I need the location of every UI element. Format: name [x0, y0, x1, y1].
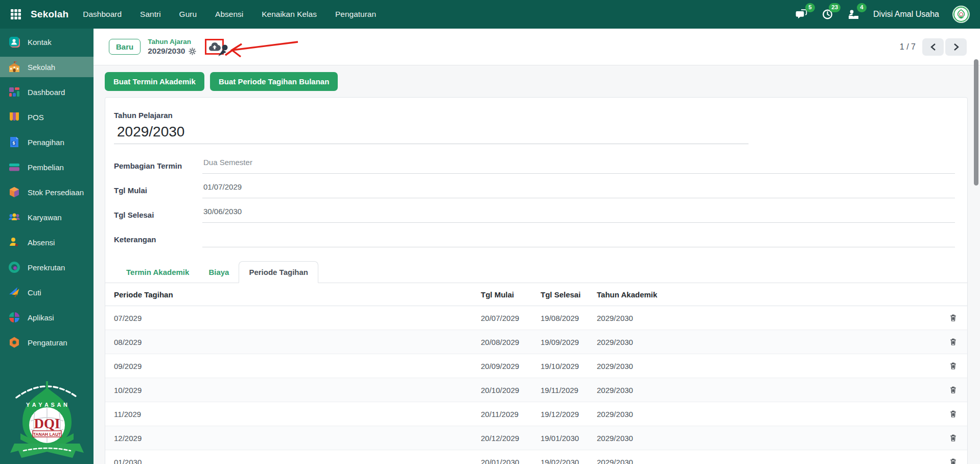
- apps-icon: [8, 311, 21, 324]
- actions-row: Buat Termin Akademik Buat Periode Tagiha…: [105, 72, 980, 91]
- user-avatar[interactable]: [952, 6, 970, 23]
- col-header-periode-tagihan[interactable]: Periode Tagihan: [105, 290, 472, 299]
- new-record-button[interactable]: Baru: [109, 39, 141, 55]
- tab-biaya[interactable]: Biaya: [199, 262, 239, 283]
- cloud-upload-icon: [208, 41, 221, 52]
- field-row-tgl-mulai: Tgl Mulai 01/07/2029: [114, 181, 955, 198]
- app-brand[interactable]: Sekolah: [31, 9, 68, 20]
- sidebar-item-pembelian[interactable]: Pembelian: [0, 157, 94, 177]
- table-row[interactable]: 10/2029 20/10/2029 19/11/2029 2029/2030: [105, 378, 967, 402]
- sidebar-item-absensi[interactable]: Absensi: [0, 232, 94, 252]
- navbar-menu: Dashboard Santri Guru Absensi Kenaikan K…: [83, 10, 376, 19]
- menu-kenaikan-kelas[interactable]: Kenaikan Kelas: [262, 10, 317, 19]
- cell-periode: 10/2029: [105, 386, 472, 395]
- col-header-tahun-akademik[interactable]: Tahun Akademik: [588, 290, 939, 299]
- logo-tanah-laut-text: TANAH LAUT: [33, 432, 61, 437]
- contact-icon: [8, 35, 21, 49]
- menu-absensi[interactable]: Absensi: [215, 10, 243, 19]
- logo-dqi-text: DQI: [34, 416, 60, 431]
- sidebar-item-pengaturan[interactable]: Pengaturan: [0, 332, 94, 353]
- cell-tgl-selesai: 19/11/2029: [532, 386, 588, 395]
- messages-button[interactable]: 5: [796, 8, 808, 20]
- trash-icon: [949, 361, 958, 370]
- sidebar-item-label: Penagihan: [28, 138, 64, 147]
- table-row[interactable]: 12/2029 20/12/2029 19/01/2030 2029/2030: [105, 426, 967, 450]
- user-menu[interactable]: Divisi Amal Usaha: [873, 10, 939, 19]
- menu-pengaturan[interactable]: Pengaturan: [335, 10, 376, 19]
- pembagian-termin-select[interactable]: Dua Semester: [202, 158, 955, 174]
- sidebar-item-perekrutan[interactable]: Perekrutan: [0, 257, 94, 277]
- school-icon: [8, 60, 21, 74]
- trash-icon: [949, 385, 958, 395]
- sidebar-item-sekolah[interactable]: Sekolah: [0, 57, 94, 77]
- cell-tahun-akademik: 2029/2030: [588, 458, 939, 464]
- table-row[interactable]: 09/2029 20/09/2029 19/10/2029 2029/2030: [105, 354, 967, 378]
- vertical-scrollbar[interactable]: [974, 59, 978, 185]
- breadcrumb-parent-link[interactable]: Tahun Ajaran: [148, 37, 196, 47]
- menu-dashboard[interactable]: Dashboard: [83, 10, 122, 19]
- tgl-mulai-input[interactable]: 01/07/2029: [202, 182, 955, 198]
- sidebar-item-karyawan[interactable]: Karyawan: [0, 207, 94, 227]
- record-actions-gear-button[interactable]: [189, 48, 196, 55]
- field-label: Pembagian Termin: [114, 161, 202, 174]
- delete-row-button[interactable]: [947, 359, 960, 373]
- apps-grid-icon[interactable]: [8, 7, 24, 22]
- employees-icon: [8, 211, 21, 224]
- sidebar-item-label: Cuti: [28, 288, 41, 297]
- sidebar-item-cuti[interactable]: Cuti: [0, 282, 94, 303]
- table-header-row: Periode Tagihan Tgl Mulai Tgl Selesai Ta…: [105, 283, 967, 306]
- tab-termin-akademik[interactable]: Termin Akademik: [116, 262, 199, 283]
- table-row[interactable]: 07/2029 20/07/2029 19/08/2029 2029/2030: [105, 306, 967, 330]
- sidebar-item-label: Perekrutan: [28, 263, 65, 272]
- delete-row-button[interactable]: [947, 335, 960, 349]
- cloud-upload-button[interactable]: [208, 41, 221, 52]
- sidebar-item-label: Pengaturan: [28, 338, 67, 347]
- pager-next-button[interactable]: [945, 38, 967, 56]
- delete-row-button[interactable]: [947, 407, 960, 421]
- menu-santri[interactable]: Santri: [140, 10, 161, 19]
- pager-previous-button[interactable]: [922, 38, 944, 56]
- cell-tahun-akademik: 2029/2030: [588, 386, 939, 395]
- col-header-tgl-selesai[interactable]: Tgl Selesai: [532, 290, 588, 299]
- delete-row-button[interactable]: [947, 383, 960, 397]
- sidebar-item-dashboard[interactable]: Dashboard: [0, 82, 94, 102]
- table-row[interactable]: 01/2030 20/01/2030 19/02/2030 2029/2030: [105, 450, 967, 464]
- main-layout: Kontak Sekolah: [0, 29, 980, 464]
- sidebar-item-penagihan[interactable]: $ Penagihan: [0, 132, 94, 152]
- activities-button[interactable]: 23: [822, 8, 834, 20]
- requests-button[interactable]: 4: [847, 8, 860, 20]
- menu-guru[interactable]: Guru: [179, 10, 197, 19]
- cell-tgl-selesai: 19/01/2030: [532, 434, 588, 443]
- delete-row-button[interactable]: [947, 431, 960, 445]
- col-header-tgl-mulai[interactable]: Tgl Mulai: [472, 290, 532, 299]
- create-academic-term-button[interactable]: Buat Termin Akademik: [105, 72, 204, 91]
- sidebar-item-stok-persediaan[interactable]: Stok Persediaan: [0, 182, 94, 202]
- settings-nut-icon: [8, 336, 21, 349]
- svg-text:$: $: [12, 141, 15, 146]
- time-off-icon: [8, 286, 21, 299]
- cell-tgl-mulai: 20/09/2029: [472, 362, 532, 370]
- sidebar-item-aplikasi[interactable]: Aplikasi: [0, 307, 94, 328]
- tahun-pelajaran-input[interactable]: 2029/2030: [114, 124, 749, 144]
- cell-tgl-selesai: 19/08/2029: [532, 314, 588, 322]
- table-row[interactable]: 08/2029 20/08/2029 19/09/2029 2029/2030: [105, 330, 967, 354]
- delete-row-button[interactable]: [947, 311, 960, 324]
- grid-icon: [10, 9, 21, 20]
- tgl-selesai-input[interactable]: 30/06/2030: [202, 207, 955, 223]
- keterangan-input[interactable]: [202, 231, 955, 247]
- pager-counter: 1 / 7: [900, 42, 916, 52]
- breadcrumb: Tahun Ajaran 2029/2030: [148, 37, 196, 57]
- trash-icon: [949, 433, 958, 443]
- sidebar-item-pos[interactable]: POS: [0, 107, 94, 127]
- annotation-red-box: [205, 39, 224, 55]
- cell-tgl-selesai: 19/09/2029: [532, 338, 588, 346]
- delete-row-button[interactable]: [947, 455, 960, 464]
- periode-tagihan-table: Periode Tagihan Tgl Mulai Tgl Selesai Ta…: [105, 283, 967, 464]
- trash-icon: [949, 457, 958, 464]
- app-window: Sekolah Dashboard Santri Guru Absensi Ke…: [0, 0, 980, 464]
- table-row[interactable]: 11/2029 20/11/2029 19/12/2029 2029/2030: [105, 402, 967, 426]
- sidebar-item-kontak[interactable]: Kontak: [0, 32, 94, 52]
- create-billing-period-button[interactable]: Buat Periode Tagihan Bulanan: [210, 72, 338, 91]
- tab-periode-tagihan[interactable]: Periode Tagihan: [239, 261, 318, 283]
- cell-periode: 09/2029: [105, 362, 472, 370]
